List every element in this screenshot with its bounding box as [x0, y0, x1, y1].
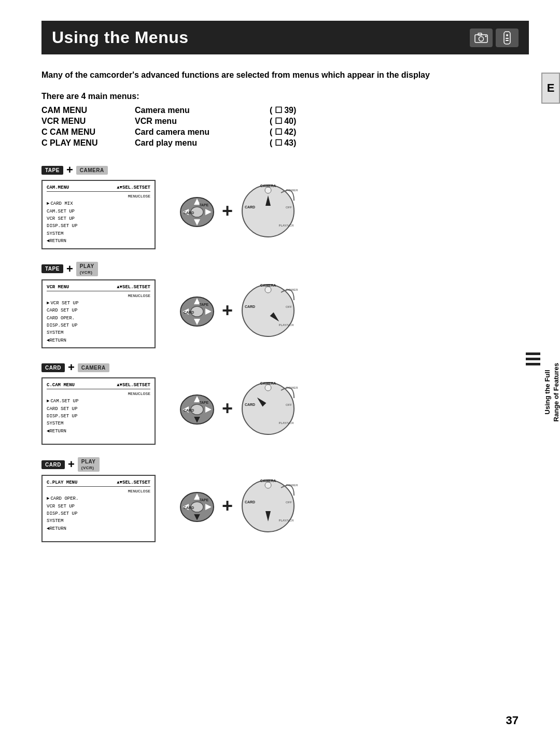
- screen-title-1: CAM.MENU ▲▼SEL.SETSET: [47, 184, 150, 192]
- plus-1: +: [66, 163, 73, 177]
- section-row-3: C.CAM MENU ▲▼SEL.SETSET MENUCLOSE CAM.SE…: [41, 377, 498, 445]
- section-row-4: C.PLAY MENU ▲▼SEL.SETSET MENUCLOSE CARD …: [41, 475, 498, 542]
- screen-item-1-5: ◄RETURN: [47, 237, 150, 245]
- remote-icon-box: [496, 29, 519, 47]
- badge-row-1: TAPE + CAMERA: [41, 163, 498, 177]
- tape-badge-2: TAPE: [41, 264, 63, 273]
- svg-text:TAPE: TAPE: [199, 303, 208, 306]
- plus-2: +: [66, 262, 73, 276]
- controls-2: CARD TAPE + CAMERA OFF PLAY/VCR CARD: [176, 279, 299, 342]
- dial-3: CAMERA OFF PLAY/VCR CARD POWER: [237, 377, 299, 440]
- menu-key-2: C CAM MENU: [41, 128, 135, 137]
- section-row-1: CAM.MENU ▲▼SEL.SETSET MENUCLOSE CARD MIX…: [41, 180, 498, 249]
- svg-text:OFF: OFF: [286, 403, 292, 406]
- menu-page-1: ( ☐ 40): [270, 116, 296, 126]
- menu-desc-0: Camera menu: [135, 106, 270, 115]
- title-bar: Using the Menus: [41, 21, 529, 54]
- plus-sign-1: +: [222, 200, 233, 222]
- svg-text:PLAY/VCR: PLAY/VCR: [278, 519, 294, 522]
- svg-text:CARD: CARD: [184, 311, 194, 314]
- screen-item-4-4: ◄RETURN: [47, 525, 150, 532]
- svg-text:CARD: CARD: [245, 205, 255, 209]
- play-badge-4: PLAY(VCR): [78, 457, 100, 472]
- screen-item-2-4: SYSTEM: [47, 329, 150, 336]
- badge-row-4: CARD + PLAY(VCR): [41, 457, 498, 472]
- sidebar-line-3: [526, 363, 540, 365]
- svg-text:CARD: CARD: [245, 305, 255, 308]
- svg-text:PLAY/VCR: PLAY/VCR: [278, 224, 294, 227]
- screen-title-left-2: VCR MENU: [47, 284, 69, 291]
- sidebar-lines: [526, 352, 540, 365]
- screen-item-1-4: SYSTEM: [47, 230, 150, 237]
- svg-point-3: [485, 35, 487, 37]
- screen-item-1-0: CARD MIX: [47, 200, 150, 207]
- svg-point-33: [265, 287, 271, 293]
- menu-key-1: VCR MENU: [41, 117, 135, 126]
- play-badge-2: PLAY(VCR): [76, 262, 98, 276]
- screen-title-3: C.CAM MENU ▲▼SEL.SETSET: [47, 382, 150, 389]
- menu-close-2: MENUCLOSE: [47, 293, 150, 300]
- svg-point-1: [479, 36, 484, 41]
- screen-title-2: VCR MENU ▲▼SEL.SETSET: [47, 284, 150, 291]
- arrow-pad-3: CARD TAPE: [176, 388, 218, 429]
- menu-desc-3: Card play menu: [135, 138, 270, 148]
- section-row-2: VCR MENU ▲▼SEL.SETSET MENUCLOSE VCR SET …: [41, 279, 498, 349]
- svg-text:CARD: CARD: [184, 408, 194, 412]
- menu-row-2: C CAM MENU Card camera menu ( ☐ 42): [41, 127, 498, 137]
- tape-badge-1: TAPE: [41, 166, 63, 175]
- menu-desc-2: Card camera menu: [135, 128, 270, 137]
- screen-item-3-2: DISP.SET UP: [47, 413, 150, 420]
- svg-text:CARD: CARD: [245, 500, 255, 504]
- screen-item-2-3: DISP.SET UP: [47, 322, 150, 329]
- svg-text:CAMERA: CAMERA: [260, 184, 276, 188]
- arrow-pad-2: CARD TAPE: [176, 290, 218, 331]
- screen-c-play-menu: C.PLAY MENU ▲▼SEL.SETSET MENUCLOSE CARD …: [41, 475, 156, 542]
- remote-icon: [501, 31, 513, 45]
- menu-close-1: MENUCLOSE: [47, 193, 150, 200]
- plus-sign-4: +: [222, 495, 233, 517]
- svg-text:TAPE: TAPE: [199, 498, 208, 502]
- screen-title-right-2: ▲▼SEL.SETSET: [117, 284, 150, 291]
- sidebar-line1: Using the Full: [543, 370, 551, 415]
- svg-text:OFF: OFF: [286, 206, 292, 209]
- svg-text:CAMERA: CAMERA: [260, 284, 276, 287]
- svg-text:PLAY/VCR: PLAY/VCR: [278, 323, 294, 327]
- svg-text:TAPE: TAPE: [199, 203, 208, 207]
- svg-text:CAMERA: CAMERA: [260, 382, 276, 385]
- svg-text:OFF: OFF: [286, 501, 292, 504]
- screen-title-right-4: ▲▼SEL.SETSET: [117, 479, 150, 486]
- screen-item-4-0: CARD OPER.: [47, 495, 150, 502]
- screen-item-3-3: SYSTEM: [47, 420, 150, 427]
- screen-item-3-0: CAM.SET UP: [47, 398, 150, 405]
- plus-3: +: [68, 361, 75, 374]
- dial-1: CAMERA OFF PLAY/VCR CARD POWER: [237, 180, 299, 242]
- screen-item-2-2: CARD OPER.: [47, 315, 150, 322]
- svg-text:OFF: OFF: [286, 305, 292, 308]
- sidebar-line2: Range of Features: [552, 363, 560, 421]
- screen-item-4-3: SYSTEM: [47, 517, 150, 525]
- dial-2: CAMERA OFF PLAY/VCR CARD POWER: [237, 279, 299, 342]
- screen-item-3-4: ◄RETURN: [47, 428, 150, 435]
- svg-text:POWER: POWER: [286, 386, 298, 389]
- menu-page-0: ( ☐ 39): [270, 105, 296, 115]
- section-vcr-menu: TAPE + PLAY(VCR) VCR MENU ▲▼SEL.SETSET M…: [41, 262, 498, 349]
- camera-badge-3: CAMERA: [78, 363, 109, 372]
- menu-page-2: ( ☐ 42): [270, 127, 296, 137]
- section-cam-menu: TAPE + CAMERA CAM.MENU ▲▼SEL.SETSET MENU…: [41, 163, 498, 249]
- screen-item-1-1: CAM.SET UP: [47, 208, 150, 215]
- screen-item-1-2: VCR SET UP: [47, 215, 150, 222]
- camera-icon: [474, 32, 488, 44]
- screen-title-left-4: C.PLAY MENU: [47, 479, 77, 486]
- svg-text:CARD: CARD: [184, 211, 194, 215]
- svg-point-5: [506, 34, 508, 36]
- svg-text:CAMERA: CAMERA: [260, 479, 276, 483]
- badge-row-2: TAPE + PLAY(VCR): [41, 262, 498, 276]
- camera-icon-box: [470, 29, 493, 47]
- menu-page-3: ( ☐ 43): [270, 138, 296, 148]
- svg-text:CARD: CARD: [245, 403, 255, 406]
- screen-title-4: C.PLAY MENU ▲▼SEL.SETSET: [47, 479, 150, 487]
- menus-heading: There are 4 main menus:: [41, 92, 498, 101]
- svg-text:TAPE: TAPE: [199, 401, 208, 404]
- screen-item-4-2: DISP.SET UP: [47, 510, 150, 517]
- svg-text:POWER: POWER: [286, 189, 298, 192]
